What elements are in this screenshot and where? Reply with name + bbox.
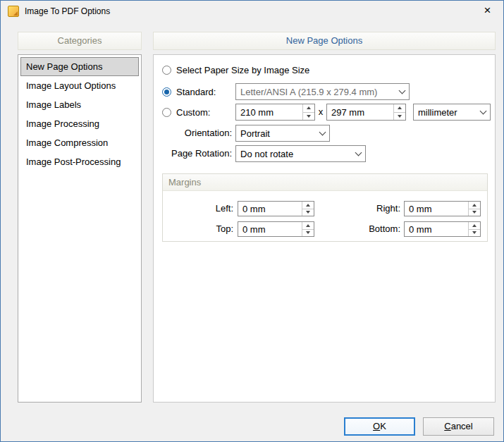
margins-group-header: Margins: [163, 174, 487, 191]
margin-right-label: Right:: [330, 201, 400, 216]
margin-left-value: 0 mm: [238, 202, 302, 216]
custom-size-separator: x: [316, 104, 325, 121]
spinner-up-icon[interactable]: [469, 202, 480, 209]
by-image-size-row: Select Paper Size by Image Size: [162, 61, 309, 79]
margin-left-spinner: [302, 202, 314, 216]
title-bar: Image To PDF Options ×: [1, 1, 503, 22]
standard-radio[interactable]: [162, 87, 171, 97]
spinner-down-icon[interactable]: [302, 230, 314, 237]
chevron-down-icon[interactable]: [476, 104, 490, 120]
margin-bottom-label: Bottom:: [330, 221, 400, 237]
margin-left-input[interactable]: 0 mm: [238, 201, 314, 216]
margin-bottom-input[interactable]: 0 mm: [404, 221, 481, 237]
orientation-value: Portrait: [236, 125, 315, 141]
chevron-down-icon[interactable]: [351, 146, 365, 161]
custom-width-value: 210 mm: [236, 104, 302, 120]
custom-width-spinner: [302, 104, 314, 120]
category-item-image-layout-options[interactable]: Image Layout Options: [20, 76, 139, 95]
close-icon[interactable]: ×: [472, 1, 503, 22]
unit-value: millimeter: [414, 104, 476, 120]
categories-list: New Page Options Image Layout Options Im…: [18, 54, 142, 403]
spinner-up-icon[interactable]: [394, 104, 405, 113]
spinner-down-icon[interactable]: [394, 113, 405, 121]
margin-bottom-spinner: [468, 222, 480, 236]
spinner-down-icon[interactable]: [303, 113, 314, 121]
margin-top-value: 0 mm: [238, 222, 302, 236]
options-panel: New Page Options Select Paper Size by Im…: [153, 32, 496, 403]
categories-header: Categories: [18, 32, 142, 50]
spinner-up-icon[interactable]: [303, 104, 314, 113]
margin-bottom-value: 0 mm: [405, 222, 468, 236]
cancel-button[interactable]: Cancel: [423, 417, 494, 436]
margin-right-input[interactable]: 0 mm: [404, 201, 481, 216]
app-icon: [8, 6, 19, 17]
spinner-up-icon[interactable]: [469, 222, 480, 230]
standard-row: Standard:: [162, 82, 216, 101]
standard-label[interactable]: Standard:: [176, 87, 216, 97]
category-item-new-page-options[interactable]: New Page Options: [20, 57, 139, 76]
margin-right-spinner: [468, 202, 480, 216]
spinner-up-icon[interactable]: [302, 222, 314, 230]
margin-right-value: 0 mm: [405, 202, 468, 216]
page-rotation-label: Page Rotation:: [154, 145, 232, 162]
categories-panel: Categories New Page Options Image Layout…: [18, 32, 142, 403]
spinner-down-icon[interactable]: [469, 230, 480, 237]
custom-radio[interactable]: [162, 108, 171, 117]
orientation-select[interactable]: Portrait: [235, 125, 330, 142]
image-to-pdf-options-dialog: Image To PDF Options × Categories New Pa…: [0, 0, 504, 442]
margin-left-label: Left:: [163, 201, 233, 216]
category-item-image-post-processing[interactable]: Image Post-Processing: [20, 152, 139, 171]
margin-top-spinner: [302, 222, 314, 236]
category-item-image-labels[interactable]: Image Labels: [20, 95, 139, 114]
unit-select[interactable]: millimeter: [413, 104, 491, 121]
standard-size-value: Letter/ANSI A (215.9 x 279.4 mm): [236, 84, 395, 99]
custom-label[interactable]: Custom:: [176, 107, 210, 118]
chevron-down-icon[interactable]: [395, 84, 409, 99]
margin-top-label: Top:: [163, 221, 233, 237]
cancel-button-label: Cancel: [424, 418, 493, 435]
by-image-size-label[interactable]: Select Paper Size by Image Size: [176, 65, 309, 75]
options-content: Select Paper Size by Image Size Standard…: [153, 54, 496, 403]
page-rotation-select[interactable]: Do not rotate: [235, 145, 366, 162]
margins-group: Margins Left: 0 mm Right: 0 mm: [162, 173, 488, 242]
custom-width-input[interactable]: 210 mm: [235, 104, 315, 121]
margin-top-input[interactable]: 0 mm: [238, 221, 314, 237]
orientation-label: Orientation:: [154, 125, 232, 142]
spinner-down-icon[interactable]: [469, 209, 480, 216]
spinner-down-icon[interactable]: [302, 209, 314, 216]
window-title: Image To PDF Options: [25, 1, 110, 22]
page-rotation-value: Do not rotate: [236, 146, 351, 161]
category-item-image-compression[interactable]: Image Compression: [20, 133, 139, 152]
custom-height-spinner: [393, 104, 405, 120]
chevron-down-icon[interactable]: [315, 125, 329, 141]
ok-button-label: OK: [345, 418, 414, 435]
standard-size-select[interactable]: Letter/ANSI A (215.9 x 279.4 mm): [235, 83, 410, 100]
custom-height-value: 297 mm: [327, 104, 393, 120]
ok-button[interactable]: OK: [344, 417, 415, 436]
options-header: New Page Options: [153, 32, 496, 50]
custom-height-input[interactable]: 297 mm: [326, 104, 406, 121]
category-item-image-processing[interactable]: Image Processing: [20, 114, 139, 133]
custom-row: Custom:: [162, 103, 210, 121]
by-image-size-radio[interactable]: [162, 66, 171, 75]
spinner-up-icon[interactable]: [302, 202, 314, 209]
